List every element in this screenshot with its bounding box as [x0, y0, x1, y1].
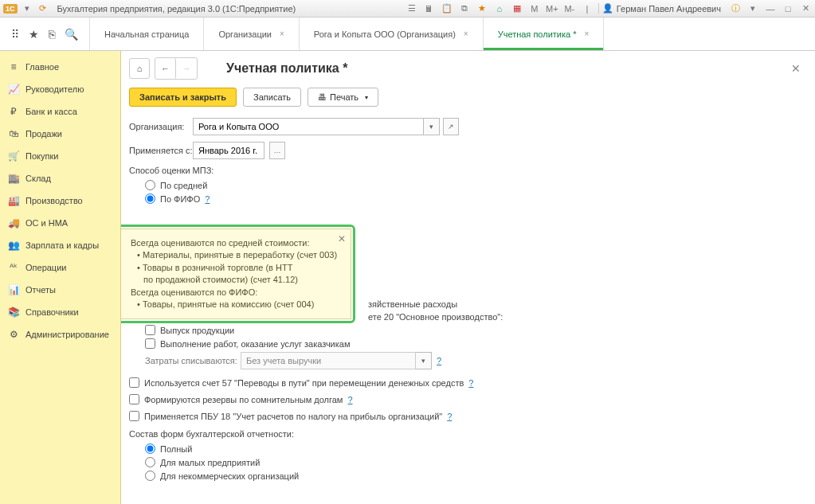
dropdown-icon[interactable]: ▾ [21, 2, 33, 15]
tabs: Начальная страница Организации× Рога и К… [90, 18, 604, 50]
tool-icon-6[interactable]: ⌂ [493, 2, 506, 15]
tooltip-close[interactable]: ✕ [338, 232, 346, 246]
tool-icon-3[interactable]: 📋 [441, 2, 453, 15]
tab-accounting-policy[interactable]: Учетная политика *× [484, 18, 605, 50]
tool-icon-5[interactable]: ★ [476, 2, 488, 15]
main-icon: ≡ [8, 61, 19, 72]
m-plus-btn[interactable]: M+ [546, 2, 558, 15]
search-icon[interactable]: 🔍 [65, 28, 78, 41]
info-dropdown[interactable]: ▾ [746, 2, 759, 15]
tool-icon-1[interactable]: ☰ [406, 2, 418, 15]
sidebar-item-bank[interactable]: ₽Банк и касса [0, 100, 120, 123]
save-button[interactable]: Записать [243, 88, 301, 107]
tab-close[interactable]: × [464, 29, 468, 38]
chk-reserves[interactable]: Формируются резервы по сомнительным долг… [129, 394, 807, 404]
m-btn[interactable]: M [528, 2, 541, 15]
page-title: Учетная политика * [226, 61, 347, 76]
org-input[interactable] [193, 118, 424, 135]
applied-more[interactable]: … [269, 142, 285, 159]
help-link[interactable]: ? [447, 412, 452, 421]
user-block[interactable]: 👤 Герман Павел Андреевич [598, 3, 724, 14]
tab-organizations[interactable]: Организации× [204, 18, 299, 50]
page-header: ⌂ ← → Учетная политика * ✕ [121, 51, 815, 86]
radio-average[interactable]: По средней [145, 180, 807, 190]
toolbar-row: ⠿ ★ ⎘ 🔍 Начальная страница Организации× … [0, 18, 815, 51]
operations-icon: ᴬᵏ [8, 262, 19, 273]
reports-icon: 📊 [8, 284, 19, 295]
refresh-icon[interactable]: ⟳ [37, 2, 49, 15]
radio-nonprofit[interactable]: Для некоммерческих организаций [145, 471, 807, 481]
warehouse-icon: 🏬 [8, 173, 19, 184]
m-minus-btn[interactable]: M- [563, 2, 576, 15]
cart-icon: 🛒 [8, 150, 19, 162]
costs-input [241, 352, 416, 369]
window-maximize[interactable]: □ [782, 2, 794, 15]
org-dropdown[interactable]: ▾ [424, 118, 440, 135]
window-close[interactable]: ✕ [799, 2, 812, 15]
books-icon: 📚 [8, 307, 19, 318]
chk-output[interactable]: Выпуск продукции [145, 325, 807, 335]
radio-fifo[interactable]: По ФИФО? [145, 193, 807, 204]
back-button[interactable]: ← [155, 58, 176, 79]
save-close-button[interactable]: Записать и закрыть [129, 88, 237, 107]
sidebar-item-manager[interactable]: 📈Руководителю [0, 78, 120, 100]
info-icon[interactable]: ⓘ [729, 2, 742, 15]
home-button[interactable]: ⌂ [129, 58, 150, 79]
chevron-down-icon: ▾ [365, 94, 368, 101]
titlebar: 1C ▾ ⟳ Бухгалтерия предприятия, редакция… [0, 0, 815, 18]
radio-small[interactable]: Для малых предприятий [145, 457, 807, 467]
tool-icon-2[interactable]: 🖩 [423, 2, 436, 15]
help-link[interactable]: ? [468, 378, 473, 388]
form-area: Организация: ▾ ↗ Применяется с: … Способ… [121, 115, 815, 487]
chk-pbu18[interactable]: Применяется ПБУ 18 "Учет расчетов по нал… [129, 411, 807, 421]
sidebar-item-warehouse[interactable]: 🏬Склад [0, 167, 120, 189]
sidebar-item-operations[interactable]: ᴬᵏОперации [0, 256, 120, 279]
tab-start[interactable]: Начальная страница [90, 18, 204, 50]
printer-icon: 🖶 [318, 92, 327, 102]
people-icon: 👥 [8, 240, 19, 251]
help-link[interactable]: ? [347, 395, 352, 404]
tooltip: ✕ Всегда оцениваются по средней стоимост… [121, 225, 355, 323]
sidebar-item-admin[interactable]: ⚙Администрирование [0, 323, 120, 346]
chk-57[interactable]: Используется счет 57 "Переводы в пути" п… [129, 377, 807, 388]
applied-label: Применяется с: [129, 146, 193, 155]
tab-close[interactable]: × [584, 29, 589, 38]
tooltip-line: • Товары в розничной торговле (в НТТ [137, 262, 341, 274]
divider: | [581, 2, 594, 15]
org-open[interactable]: ↗ [443, 118, 459, 135]
sidebar-item-salary[interactable]: 👥Зарплата и кадры [0, 234, 120, 256]
sidebar-item-sales[interactable]: 🛍Продажи [0, 123, 120, 145]
costs-dropdown: ▾ [416, 352, 432, 369]
tool-icon-4[interactable]: ⧉ [458, 2, 471, 15]
tab-close[interactable]: × [280, 29, 284, 38]
sidebar-item-main[interactable]: ≡Главное [0, 56, 120, 78]
print-button[interactable]: 🖶Печать▾ [308, 88, 378, 107]
sidebar-item-purchases[interactable]: 🛒Покупки [0, 145, 120, 167]
tool-icon-7[interactable]: ▦ [511, 2, 523, 15]
tooltip-line: • Товары, принятые на комиссию (счет 004… [137, 299, 341, 311]
app-badge: 1C [3, 4, 18, 14]
forward-button: → [176, 58, 197, 79]
window-minimize[interactable]: — [764, 2, 777, 15]
star-icon[interactable]: ★ [29, 28, 39, 41]
action-bar: Записать и закрыть Записать 🖶Печать▾ [121, 86, 815, 115]
radio-full[interactable]: Полный [145, 443, 807, 454]
chk-services[interactable]: Выполнение работ, оказание услуг заказчи… [145, 338, 807, 349]
user-name: Герман Павел Андреевич [617, 4, 721, 14]
help-link[interactable]: ? [437, 356, 441, 365]
tooltip-line: Всегда оцениваются по средней стоимости: [131, 237, 341, 249]
sidebar-item-catalogs[interactable]: 📚Справочники [0, 301, 120, 323]
sidebar-item-production[interactable]: 🏭Производство [0, 189, 120, 212]
copy-icon[interactable]: ⎘ [49, 28, 55, 41]
page-close[interactable]: ✕ [785, 59, 807, 78]
help-link[interactable]: ? [205, 194, 210, 204]
applied-input[interactable] [193, 142, 264, 159]
grid-icon[interactable]: ⠿ [11, 28, 19, 41]
tooltip-line: • Материалы, принятые в переработку (сче… [137, 249, 341, 261]
tab-roga-kopyta[interactable]: Рога и Копыта ООО (Организация)× [300, 18, 484, 50]
truck-icon: 🚚 [8, 217, 19, 229]
window-title: Бухгалтерия предприятия, редакция 3.0 (1… [57, 4, 296, 14]
mpz-label: Способ оценки МПЗ: [129, 166, 807, 175]
sidebar-item-reports[interactable]: 📊Отчеты [0, 279, 120, 301]
sidebar-item-os-nma[interactable]: 🚚ОС и НМА [0, 212, 120, 234]
